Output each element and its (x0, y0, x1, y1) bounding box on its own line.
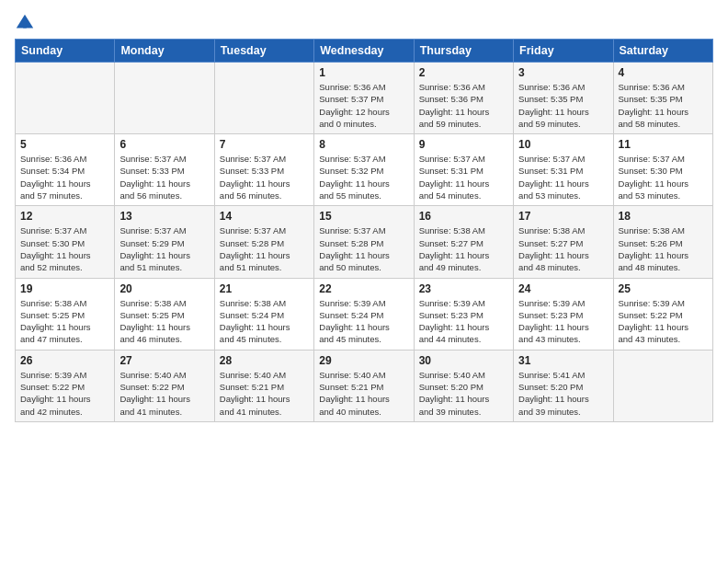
calendar-week-row: 1Sunrise: 5:36 AM Sunset: 5:37 PM Daylig… (16, 63, 713, 134)
day-info: Sunrise: 5:37 AM Sunset: 5:33 PM Dayligh… (119, 153, 209, 201)
calendar-cell: 6Sunrise: 5:37 AM Sunset: 5:33 PM Daylig… (115, 134, 214, 206)
day-number: 6 (119, 138, 209, 151)
calendar-header-monday: Monday (115, 40, 214, 63)
calendar-cell: 14Sunrise: 5:37 AM Sunset: 5:28 PM Dayli… (214, 206, 313, 278)
logo-icon (15, 13, 35, 33)
day-number: 10 (518, 138, 608, 151)
day-info: Sunrise: 5:37 AM Sunset: 5:33 PM Dayligh… (220, 153, 309, 201)
day-number: 4 (619, 66, 708, 79)
calendar-cell (16, 63, 115, 134)
day-info: Sunrise: 5:39 AM Sunset: 5:23 PM Dayligh… (419, 297, 508, 346)
calendar-week-row: 12Sunrise: 5:37 AM Sunset: 5:30 PM Dayli… (16, 206, 713, 278)
day-number: 7 (220, 138, 309, 151)
calendar-cell: 18Sunrise: 5:38 AM Sunset: 5:26 PM Dayli… (613, 206, 712, 278)
calendar-cell (115, 63, 214, 134)
day-info: Sunrise: 5:40 AM Sunset: 5:22 PM Dayligh… (119, 369, 209, 418)
calendar-cell: 11Sunrise: 5:37 AM Sunset: 5:30 PM Dayli… (613, 134, 712, 206)
day-info: Sunrise: 5:37 AM Sunset: 5:29 PM Dayligh… (119, 224, 209, 273)
calendar-cell: 24Sunrise: 5:39 AM Sunset: 5:23 PM Dayli… (514, 278, 613, 350)
day-info: Sunrise: 5:37 AM Sunset: 5:31 PM Dayligh… (419, 153, 508, 201)
calendar-cell: 20Sunrise: 5:38 AM Sunset: 5:25 PM Dayli… (115, 278, 214, 350)
day-number: 11 (619, 138, 708, 151)
calendar-cell: 9Sunrise: 5:37 AM Sunset: 5:31 PM Daylig… (414, 134, 513, 206)
calendar-week-row: 5Sunrise: 5:36 AM Sunset: 5:34 PM Daylig… (16, 134, 713, 206)
day-info: Sunrise: 5:36 AM Sunset: 5:37 PM Dayligh… (319, 81, 408, 130)
calendar-cell: 5Sunrise: 5:36 AM Sunset: 5:34 PM Daylig… (16, 134, 115, 206)
calendar-cell: 15Sunrise: 5:37 AM Sunset: 5:28 PM Dayli… (314, 206, 414, 278)
day-number: 16 (419, 210, 508, 223)
calendar-cell: 8Sunrise: 5:37 AM Sunset: 5:32 PM Daylig… (314, 134, 414, 206)
day-number: 13 (119, 210, 209, 223)
day-number: 20 (119, 282, 209, 295)
calendar-cell: 25Sunrise: 5:39 AM Sunset: 5:22 PM Dayli… (613, 278, 712, 350)
day-info: Sunrise: 5:37 AM Sunset: 5:32 PM Dayligh… (319, 153, 408, 201)
day-info: Sunrise: 5:37 AM Sunset: 5:28 PM Dayligh… (319, 224, 408, 273)
day-number: 22 (319, 282, 408, 295)
day-number: 5 (20, 138, 109, 151)
day-number: 19 (20, 282, 109, 295)
day-info: Sunrise: 5:37 AM Sunset: 5:30 PM Dayligh… (20, 224, 109, 273)
day-number: 18 (619, 210, 708, 223)
calendar-cell: 4Sunrise: 5:36 AM Sunset: 5:35 PM Daylig… (613, 63, 712, 134)
day-number: 31 (518, 354, 608, 367)
day-info: Sunrise: 5:37 AM Sunset: 5:31 PM Dayligh… (518, 153, 608, 201)
day-number: 28 (220, 354, 309, 367)
day-number: 21 (220, 282, 309, 295)
day-number: 14 (220, 210, 309, 223)
calendar-cell: 19Sunrise: 5:38 AM Sunset: 5:25 PM Dayli… (16, 278, 115, 350)
day-info: Sunrise: 5:40 AM Sunset: 5:20 PM Dayligh… (419, 369, 508, 418)
day-number: 17 (518, 210, 608, 223)
calendar-cell: 29Sunrise: 5:40 AM Sunset: 5:21 PM Dayli… (314, 350, 414, 421)
calendar-header-tuesday: Tuesday (214, 40, 313, 63)
day-number: 1 (319, 66, 408, 79)
calendar-header-sunday: Sunday (16, 40, 115, 63)
page-container: SundayMondayTuesdayWednesdayThursdayFrid… (0, 0, 728, 431)
day-number: 8 (319, 138, 408, 151)
calendar-cell: 23Sunrise: 5:39 AM Sunset: 5:23 PM Dayli… (414, 278, 513, 350)
calendar-cell: 1Sunrise: 5:36 AM Sunset: 5:37 PM Daylig… (314, 63, 414, 134)
calendar-cell: 22Sunrise: 5:39 AM Sunset: 5:24 PM Dayli… (314, 278, 414, 350)
day-info: Sunrise: 5:38 AM Sunset: 5:25 PM Dayligh… (20, 297, 109, 346)
day-number: 9 (419, 138, 508, 151)
calendar-cell: 7Sunrise: 5:37 AM Sunset: 5:33 PM Daylig… (214, 134, 313, 206)
calendar-cell: 17Sunrise: 5:38 AM Sunset: 5:27 PM Dayli… (514, 206, 613, 278)
calendar-cell: 30Sunrise: 5:40 AM Sunset: 5:20 PM Dayli… (414, 350, 513, 421)
calendar-cell: 2Sunrise: 5:36 AM Sunset: 5:36 PM Daylig… (414, 63, 513, 134)
day-info: Sunrise: 5:38 AM Sunset: 5:24 PM Dayligh… (220, 297, 309, 346)
logo (15, 13, 37, 33)
calendar-cell: 31Sunrise: 5:41 AM Sunset: 5:20 PM Dayli… (514, 350, 613, 421)
day-info: Sunrise: 5:40 AM Sunset: 5:21 PM Dayligh… (220, 369, 309, 418)
day-info: Sunrise: 5:37 AM Sunset: 5:30 PM Dayligh… (619, 153, 708, 201)
calendar-table: SundayMondayTuesdayWednesdayThursdayFrid… (15, 39, 713, 422)
calendar-cell: 27Sunrise: 5:40 AM Sunset: 5:22 PM Dayli… (115, 350, 214, 421)
day-info: Sunrise: 5:39 AM Sunset: 5:23 PM Dayligh… (518, 297, 608, 346)
day-info: Sunrise: 5:36 AM Sunset: 5:35 PM Dayligh… (518, 81, 608, 130)
day-number: 30 (419, 354, 508, 367)
calendar-cell: 12Sunrise: 5:37 AM Sunset: 5:30 PM Dayli… (16, 206, 115, 278)
day-number: 15 (319, 210, 408, 223)
header (15, 9, 713, 33)
day-info: Sunrise: 5:38 AM Sunset: 5:26 PM Dayligh… (619, 224, 708, 273)
calendar-cell: 10Sunrise: 5:37 AM Sunset: 5:31 PM Dayli… (514, 134, 613, 206)
calendar-header-wednesday: Wednesday (314, 40, 414, 63)
day-info: Sunrise: 5:39 AM Sunset: 5:24 PM Dayligh… (319, 297, 408, 346)
day-number: 29 (319, 354, 408, 367)
svg-rect-1 (23, 21, 27, 28)
day-info: Sunrise: 5:36 AM Sunset: 5:34 PM Dayligh… (20, 153, 109, 201)
calendar-header-thursday: Thursday (414, 40, 513, 63)
calendar-header-saturday: Saturday (613, 40, 712, 63)
calendar-cell: 26Sunrise: 5:39 AM Sunset: 5:22 PM Dayli… (16, 350, 115, 421)
calendar-cell: 13Sunrise: 5:37 AM Sunset: 5:29 PM Dayli… (115, 206, 214, 278)
day-info: Sunrise: 5:38 AM Sunset: 5:27 PM Dayligh… (518, 224, 608, 273)
day-info: Sunrise: 5:39 AM Sunset: 5:22 PM Dayligh… (619, 297, 708, 346)
day-number: 3 (518, 66, 608, 79)
day-info: Sunrise: 5:38 AM Sunset: 5:25 PM Dayligh… (119, 297, 209, 346)
calendar-header-row: SundayMondayTuesdayWednesdayThursdayFrid… (16, 40, 713, 63)
day-number: 12 (20, 210, 109, 223)
day-info: Sunrise: 5:39 AM Sunset: 5:22 PM Dayligh… (20, 369, 109, 418)
day-info: Sunrise: 5:41 AM Sunset: 5:20 PM Dayligh… (518, 369, 608, 418)
calendar-cell: 21Sunrise: 5:38 AM Sunset: 5:24 PM Dayli… (214, 278, 313, 350)
calendar-week-row: 26Sunrise: 5:39 AM Sunset: 5:22 PM Dayli… (16, 350, 713, 421)
day-info: Sunrise: 5:38 AM Sunset: 5:27 PM Dayligh… (419, 224, 508, 273)
day-number: 23 (419, 282, 508, 295)
